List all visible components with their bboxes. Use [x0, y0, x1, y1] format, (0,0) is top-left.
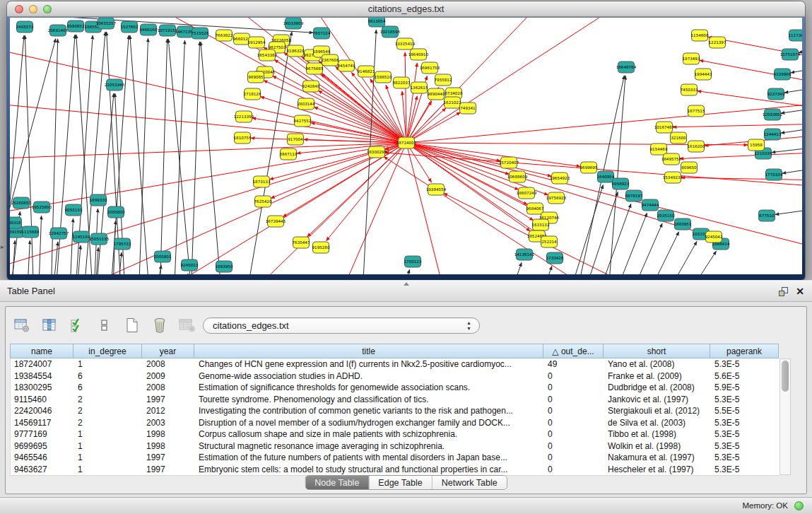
table-cell[interactable]: Estimation of significance thresholds fo…: [195, 382, 544, 394]
graph-edge[interactable]: [537, 266, 552, 274]
graph-node[interactable]: 8813054: [368, 18, 386, 27]
graph-node[interactable]: 7450333: [681, 84, 698, 95]
graph-node[interactable]: 6958923: [612, 178, 630, 189]
table-row[interactable]: 911546021997Tourette syndrome. Phenomeno…: [11, 394, 779, 406]
table-cell[interactable]: 9465546: [11, 452, 74, 464]
graph-node[interactable]: 13325419: [395, 38, 416, 49]
table-row[interactable]: 1456911722003Disruption of a novel membe…: [11, 417, 779, 429]
table-cell[interactable]: 2008: [143, 382, 195, 394]
table-cell[interactable]: 22420046: [11, 405, 74, 417]
table-cell[interactable]: de Silva et al. (2003): [604, 417, 711, 429]
table-cell[interactable]: 0: [544, 464, 604, 476]
graph-node[interactable]: 2718126: [244, 88, 261, 100]
graph-node[interactable]: 7515526: [192, 28, 209, 39]
graph-edge[interactable]: [69, 218, 73, 274]
graph-node[interactable]: 1362615: [411, 82, 428, 93]
table-cell[interactable]: 2008: [143, 358, 195, 370]
graph-edge[interactable]: [139, 38, 148, 274]
table-cell[interactable]: 1: [74, 464, 143, 476]
table-cell[interactable]: 5.6E-5: [711, 370, 779, 382]
graph-node[interactable]: 1221397: [709, 37, 726, 48]
graph-node[interactable]: 9890448: [428, 88, 445, 100]
graph-edge[interactable]: [659, 241, 697, 274]
table-cell[interactable]: 14569117: [11, 417, 74, 429]
graph-edge[interactable]: [680, 152, 802, 158]
table-row[interactable]: 969969511998Structural magnetic resonanc…: [11, 440, 779, 452]
graph-node[interactable]: 1899330: [90, 194, 107, 206]
table-row[interactable]: 1830029562008Estimation of significance …: [11, 382, 779, 394]
graph-edge[interactable]: [772, 146, 802, 153]
graph-edge[interactable]: [335, 143, 406, 274]
show-columns-icon[interactable]: [40, 316, 59, 334]
table-cell[interactable]: 2: [74, 417, 143, 429]
graph-node[interactable]: 1145194: [73, 231, 90, 243]
graph-node[interactable]: 9329966: [774, 69, 792, 80]
graph-node[interactable]: 9146821: [358, 66, 375, 77]
graph-node[interactable]: 25260650: [11, 197, 32, 209]
graph-node[interactable]: 1621022: [444, 97, 461, 108]
table-cell[interactable]: Changes of HCN gene expression and I(f) …: [195, 358, 544, 370]
graph-edge[interactable]: [38, 216, 42, 274]
graph-edge[interactable]: [191, 42, 200, 274]
close-panel-icon[interactable]: ✕: [796, 284, 804, 298]
row-height-icon[interactable]: [95, 316, 114, 334]
table-cell[interactable]: 9463627: [11, 464, 74, 476]
table-mode-icon[interactable]: [13, 316, 31, 334]
graph-node[interactable]: 10655257: [96, 18, 117, 29]
table-row[interactable]: 1872400712008Changes of HCN gene express…: [11, 358, 779, 370]
table-cell[interactable]: 5.3E-5: [711, 452, 779, 464]
graph-edge[interactable]: [95, 93, 114, 274]
graph-node[interactable]: 19384554: [426, 184, 447, 195]
graph-node[interactable]: 1795722: [114, 238, 131, 250]
graph-edge[interactable]: [201, 42, 222, 274]
table-cell[interactable]: 5.5E-5: [711, 405, 779, 417]
table-cell[interactable]: 5.3E-5: [711, 358, 779, 370]
table-row[interactable]: 977716911998Corpus callosum shape and si…: [11, 428, 779, 440]
minimize-window-button[interactable]: [29, 5, 37, 13]
graph-edge[interactable]: [673, 124, 802, 127]
table-cell[interactable]: 2: [74, 394, 143, 406]
graph-node[interactable]: 15051135: [89, 233, 110, 245]
graph-node[interactable]: 12942757: [49, 228, 69, 239]
table-cell[interactable]: Hescheler et al. (1997): [604, 464, 711, 476]
table-cell[interactable]: 0: [544, 394, 604, 406]
graph-node[interactable]: 2005801: [154, 251, 172, 262]
graph-node[interactable]: 1994443: [695, 69, 712, 80]
graph-node[interactable]: 989085: [248, 71, 264, 83]
graph-node[interactable]: 1115688: [22, 226, 40, 238]
graph-node[interactable]: 8867110: [280, 148, 298, 160]
graph-node[interactable]: 2367608: [322, 54, 339, 66]
graph-node[interactable]: 2005800: [107, 206, 125, 218]
scrollbar-thumb[interactable]: [782, 361, 789, 392]
graph-edge[interactable]: [160, 39, 167, 274]
graph-node[interactable]: 990318: [10, 217, 22, 228]
graph-edge[interactable]: [791, 66, 802, 73]
table-cell[interactable]: Structural magnetic resonance image aver…: [195, 440, 544, 452]
graph-node[interactable]: 1883951: [674, 218, 692, 230]
graph-node[interactable]: 9154469: [650, 144, 668, 155]
table-cell[interactable]: 18300295: [11, 382, 74, 394]
graph-node[interactable]: 2803144: [298, 98, 315, 110]
graph-edge[interactable]: [610, 213, 647, 274]
graph-node[interactable]: 10688609: [507, 171, 528, 182]
graph-node[interactable]: 1973493: [683, 53, 700, 64]
network-graph[interactable]: 2405572206914068990852106552710655257152…: [10, 18, 802, 274]
graph-edge[interactable]: [396, 269, 410, 274]
table-row[interactable]: 2242004622012Investigating the contribut…: [11, 405, 779, 417]
graph-node[interactable]: 7635447: [293, 237, 310, 248]
table-cell[interactable]: 9777169: [11, 428, 74, 440]
graph-node[interactable]: 1750123: [404, 256, 422, 267]
table-cell[interactable]: 1: [74, 428, 143, 440]
graph-node[interactable]: 1615132: [532, 219, 550, 230]
table-row[interactable]: 946362711997Embryonic stem cells: a mode…: [11, 464, 779, 476]
table-cell[interactable]: 2: [74, 405, 143, 417]
graph-node[interactable]: 7955812: [435, 74, 452, 86]
table-cell[interactable]: 5.3E-5: [711, 464, 779, 476]
column-header-pagerank[interactable]: pagerank: [710, 344, 779, 358]
graph-node[interactable]: 9245023: [181, 259, 199, 271]
graph-node[interactable]: 749341: [460, 103, 476, 114]
graph-node[interactable]: 9245042: [705, 231, 723, 243]
table-cell[interactable]: Disruption of a novel member of a sodium…: [195, 417, 544, 429]
table-cell[interactable]: Genome-wide association studies in ADHD.: [195, 370, 544, 382]
graph-edge[interactable]: [52, 242, 58, 274]
